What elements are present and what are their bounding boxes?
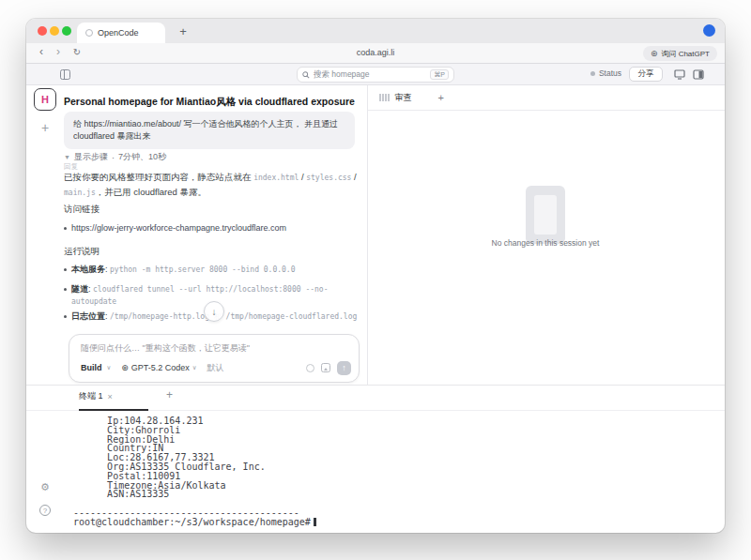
user-message: 给 https://miantiao.me/about/ 写一个适合他风格的个人…	[64, 112, 355, 149]
terminal-output[interactable]: Ip:104.28.164.231 City:Ghorroli Region:D…	[73, 416, 693, 527]
links-heading: 访问链接	[64, 204, 100, 216]
show-steps-label: 显示步骤	[74, 151, 108, 163]
diff-bars-icon	[379, 94, 390, 101]
settings-gear-icon[interactable]: ⚙	[34, 478, 56, 495]
steps-separator: ·	[112, 153, 115, 162]
model-caret-icon: ∨	[192, 364, 197, 371]
device-monitor-icon[interactable]	[674, 69, 685, 80]
mode-caret-icon: ∨	[107, 364, 112, 371]
code-main-js: main.js	[64, 189, 96, 197]
browser-profile-avatar[interactable]	[703, 24, 715, 37]
terminal-tab-1[interactable]: 终端 1 ×	[79, 390, 113, 402]
share-button[interactable]: 分享	[629, 67, 663, 82]
browser-toolbar: ‹ › ↻ coda.agi.li ⊛ 询问 ChatGPT	[26, 43, 725, 64]
search-input[interactable]: 搜索 homepage ⌘P	[297, 67, 454, 83]
tunnel-link[interactable]: https://glow-jerry-workforce-champagne.t…	[71, 223, 286, 233]
model-label: GPT-5.2 Codex	[131, 363, 190, 372]
code-local-server: python -m http.server 8000 --bind 0.0.0.…	[110, 265, 295, 274]
active-tab-underline	[79, 409, 148, 411]
tab-title: OpenCode	[98, 28, 139, 38]
bullet-local-server: 本地服务: python -m http.server 8000 --bind …	[71, 264, 359, 276]
tab-favicon-icon	[85, 29, 93, 37]
composer-actions: ↑	[306, 361, 351, 375]
scroll-to-bottom-button[interactable]: ↓	[204, 301, 224, 322]
composer-input[interactable]: 随便问点什么… "重构这个函数，让它更易读"	[81, 342, 250, 355]
session-avatar[interactable]: H	[34, 88, 56, 111]
show-steps-toggle[interactable]: ▼ 显示步骤 · 7分钟、10秒	[64, 151, 166, 163]
terminal-line: ASN:AS13335	[73, 490, 693, 499]
ask-chatgpt-label: 询问 ChatGPT	[661, 49, 710, 59]
search-placeholder: 搜索 homepage	[314, 69, 426, 81]
ask-chatgpt-button[interactable]: ⊛ 询问 ChatGPT	[643, 46, 717, 61]
zoom-window-button[interactable]	[62, 26, 71, 36]
run-heading: 运行说明	[64, 246, 100, 258]
terminal-line: Region:Delhi	[73, 435, 693, 445]
model-dropdown[interactable]: ⊛ GPT-5.2 Codex ∨	[121, 363, 196, 372]
send-button[interactable]: ↑	[337, 361, 351, 375]
status-indicator[interactable]: Status	[590, 68, 621, 78]
assistant-paragraph: 已按你要的风格整理好页面内容，静态站点就在 index.html / style…	[64, 170, 359, 200]
search-icon	[302, 71, 310, 79]
review-new-tab-button[interactable]: +	[438, 92, 444, 103]
attach-image-icon[interactable]	[321, 363, 330, 372]
question-icon: ?	[39, 505, 51, 516]
status-label: Status	[599, 68, 621, 78]
search-shortcut-badge: ⌘P	[430, 69, 449, 80]
arrow-down-icon: ↓	[212, 307, 217, 317]
session-title: Personal homepage for Miantiao风格 via clo…	[64, 96, 364, 109]
avatar-letter: H	[41, 94, 49, 105]
review-tabbar: 审查 +	[368, 85, 725, 111]
app-header: 搜索 homepage ⌘P Status 分享	[26, 64, 725, 85]
status-dot	[590, 71, 595, 76]
browser-window: OpenCode + ‹ › ↻ coda.agi.li ⊛ 询问 ChatGP…	[26, 19, 725, 533]
new-session-button[interactable]: +	[34, 118, 56, 137]
permission-default-label[interactable]: 默认	[207, 362, 224, 374]
new-tab-button[interactable]: +	[173, 22, 193, 40]
panel-divider	[367, 85, 368, 385]
steps-duration: 7分钟、10秒	[118, 151, 166, 163]
empty-document-icon	[526, 186, 565, 244]
sidebar-toggle-icon[interactable]	[60, 69, 70, 80]
code-styles-css: styles.css	[306, 174, 351, 182]
browser-tabstrip: OpenCode +	[26, 19, 725, 43]
url-bar[interactable]: coda.agi.li	[26, 48, 725, 57]
code-index-html: index.html	[253, 174, 299, 182]
help-button[interactable]: ?	[34, 502, 56, 519]
terminal-tabbar: 终端 1 × +	[26, 386, 725, 411]
close-window-button[interactable]	[38, 26, 47, 36]
terminal-new-tab-button[interactable]: +	[166, 388, 173, 401]
review-empty-text: No changes in this session yet	[423, 238, 667, 248]
terminal-prompt-line: root@cloudchamber:~/s3/workspace/homepag…	[73, 518, 693, 527]
chevron-down-icon: ▼	[64, 154, 70, 160]
mode-dropdown[interactable]: Build	[81, 363, 102, 372]
tunnel-link-item: https://glow-jerry-workforce-champagne.t…	[71, 222, 359, 235]
screen: OpenCode + ‹ › ↻ coda.agi.li ⊛ 询问 ChatGP…	[0, 0, 751, 560]
composer: 随便问点什么… "重构这个函数，让它更易读" Build ∨ ⊛ GPT-5.2…	[69, 334, 360, 383]
tab-review[interactable]: 审查	[395, 92, 412, 104]
terminal-prompt: root@cloudchamber:~/s3/workspace/homepag…	[73, 517, 311, 527]
arrow-up-icon: ↑	[342, 363, 346, 372]
record-circle-icon[interactable]	[306, 364, 314, 372]
layout-panel-icon[interactable]	[693, 69, 704, 80]
browser-tab-opencode[interactable]: OpenCode	[77, 23, 165, 43]
terminal-cursor	[314, 518, 316, 526]
terminal-tab-close-icon[interactable]: ×	[108, 392, 113, 401]
code-logs: /tmp/homepage-http.log 和 /tmp/homepage-c…	[110, 312, 357, 321]
chatgpt-icon: ⊛	[651, 50, 658, 58]
composer-toolbar: Build ∨ ⊛ GPT-5.2 Codex ∨ 默认 ↑	[81, 360, 351, 375]
code-tunnel: cloudflared tunnel --url http://localhos…	[71, 285, 328, 306]
minimize-window-button[interactable]	[50, 26, 59, 36]
openai-icon: ⊛	[121, 363, 129, 372]
